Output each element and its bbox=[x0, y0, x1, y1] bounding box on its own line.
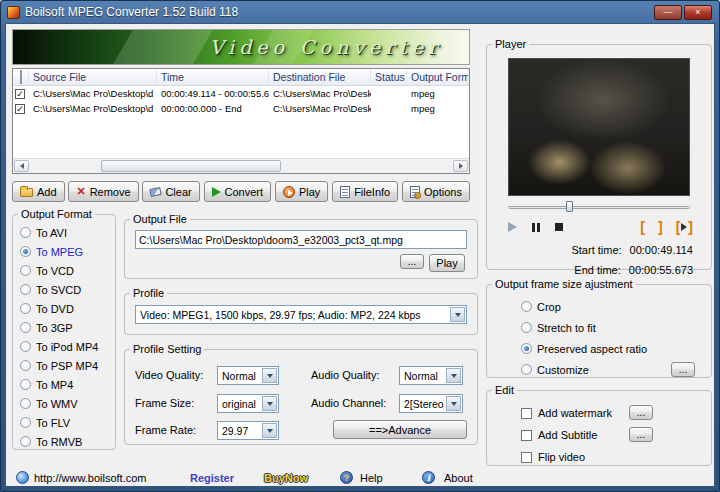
column-header-source-file[interactable]: Source File bbox=[29, 69, 157, 85]
dropdown-button[interactable] bbox=[446, 368, 461, 383]
scrollbar-thumb[interactable] bbox=[101, 160, 281, 172]
website-link[interactable]: http://www.boilsoft.com bbox=[34, 472, 147, 484]
play-button[interactable]: Play bbox=[275, 181, 328, 202]
dropdown-button[interactable] bbox=[262, 368, 277, 383]
radio-label: Preserved aspect ratio bbox=[537, 343, 647, 355]
convert-button[interactable]: Convert bbox=[204, 181, 272, 202]
column-header-output-format[interactable]: Output Format bbox=[407, 69, 469, 85]
end-time-label: End time: bbox=[559, 264, 621, 276]
video-quality-dropdown[interactable]: Normal bbox=[217, 366, 279, 385]
horizontal-scrollbar[interactable] bbox=[13, 158, 469, 173]
row-checkbox[interactable]: ✓ bbox=[15, 89, 25, 99]
mark-out-icon[interactable]: ] bbox=[658, 220, 663, 234]
format-option-to-vcd[interactable]: To VCD bbox=[20, 261, 115, 280]
player-seek-slider[interactable] bbox=[508, 201, 690, 213]
format-option-to-wmv[interactable]: To WMV bbox=[20, 394, 115, 413]
slider-thumb[interactable] bbox=[566, 201, 573, 212]
subtitle-checkbox[interactable] bbox=[521, 430, 532, 441]
audio-quality-dropdown[interactable]: Normal bbox=[399, 366, 463, 385]
add-watermark-row[interactable]: Add watermark ... bbox=[521, 402, 711, 424]
output-file-browse-button[interactable]: ... bbox=[400, 254, 424, 269]
advance-button[interactable]: ==>Advance bbox=[333, 420, 467, 439]
folder-icon bbox=[20, 188, 33, 197]
slider-track[interactable] bbox=[508, 206, 690, 209]
audio-channel-dropdown[interactable]: 2[Stereo] bbox=[399, 394, 463, 413]
format-option-to-psp-mp4[interactable]: To PSP MP4 bbox=[20, 356, 115, 375]
column-header-time[interactable]: Time bbox=[157, 69, 269, 85]
convert-arrow-icon bbox=[212, 187, 221, 197]
chevron-down-icon bbox=[267, 429, 273, 433]
buynow-link[interactable]: BuyNow bbox=[264, 472, 308, 484]
dropdown-button[interactable] bbox=[446, 396, 461, 411]
row-checkbox[interactable]: ✓ bbox=[15, 104, 25, 114]
play-icon[interactable] bbox=[508, 222, 517, 232]
add-subtitle-row[interactable]: Add Subtitle ... bbox=[521, 424, 711, 446]
mark-in-icon[interactable]: [ bbox=[640, 220, 645, 234]
edit-group: Edit Add watermark ... Add Subtitle ... … bbox=[486, 384, 712, 466]
dropdown-button[interactable] bbox=[450, 307, 465, 322]
output-file-play-button[interactable]: Play bbox=[429, 254, 465, 272]
frame-option-crop[interactable]: Crop bbox=[521, 296, 711, 317]
customize-browse-button[interactable]: ... bbox=[671, 362, 695, 377]
register-link[interactable]: Register bbox=[190, 472, 234, 484]
format-option-to-svcd[interactable]: To SVCD bbox=[20, 280, 115, 299]
radio-label: To PSP MP4 bbox=[36, 360, 98, 372]
window-title: Boilsoft MPEG Converter 1.52 Build 118 bbox=[25, 5, 649, 19]
remove-button[interactable]: ✕Remove bbox=[68, 181, 138, 202]
watermark-browse-button[interactable]: ... bbox=[629, 405, 653, 420]
output-file-input[interactable] bbox=[135, 230, 467, 249]
file-cell: C:\Users\Mac Pro\Desktop\d bbox=[29, 103, 157, 114]
column-header-status[interactable]: Status bbox=[371, 69, 407, 85]
format-option-to-mpeg[interactable]: To MPEG bbox=[20, 242, 115, 261]
format-option-to-rmvb[interactable]: To RMVB bbox=[20, 432, 115, 451]
format-option-to-avi[interactable]: To AVI bbox=[20, 223, 115, 242]
frame-rate-dropdown[interactable]: 29.97 bbox=[217, 421, 279, 440]
watermark-checkbox[interactable] bbox=[521, 408, 532, 419]
column-header-destination-file[interactable]: Destination File bbox=[269, 69, 371, 85]
dropdown-button[interactable] bbox=[262, 396, 277, 411]
pause-icon[interactable] bbox=[532, 223, 540, 232]
select-all-header[interactable] bbox=[13, 69, 29, 85]
file-cell: 00:00:49.114 - 00:00:55.673 bbox=[157, 88, 269, 99]
format-option-to-ipod-mp4[interactable]: To iPod MP4 bbox=[20, 337, 115, 356]
frame-rate-label: Frame Rate: bbox=[135, 424, 196, 436]
scroll-right-button[interactable] bbox=[453, 160, 468, 172]
file-info-icon bbox=[340, 186, 350, 198]
format-option-to-dvd[interactable]: To DVD bbox=[20, 299, 115, 318]
radio-icon bbox=[20, 379, 31, 390]
close-button[interactable]: × bbox=[684, 5, 712, 20]
flip-video-checkbox[interactable] bbox=[521, 452, 532, 463]
add-button[interactable]: Add bbox=[12, 181, 65, 202]
clear-button[interactable]: Clear bbox=[142, 181, 199, 202]
profile-dropdown[interactable]: Video: MPEG1, 1500 kbps, 29.97 fps; Audi… bbox=[135, 305, 467, 324]
subtitle-browse-button[interactable]: ... bbox=[629, 427, 653, 442]
minimize-button[interactable]: — bbox=[654, 5, 682, 20]
play-selection-icon[interactable]: [] bbox=[676, 220, 693, 234]
format-option-to-3gp[interactable]: To 3GP bbox=[20, 318, 115, 337]
help-icon[interactable]: ? bbox=[340, 471, 353, 484]
format-option-to-mp4[interactable]: To MP4 bbox=[20, 375, 115, 394]
audio-channel-label: Audio Channel: bbox=[311, 397, 386, 409]
end-time-value: 00:00:55.673 bbox=[629, 264, 693, 276]
options-button[interactable]: Options bbox=[402, 181, 470, 202]
flip-video-row[interactable]: Flip video bbox=[521, 446, 711, 468]
app-icon bbox=[7, 6, 20, 19]
options-gear-icon bbox=[410, 186, 420, 198]
radio-label: To WMV bbox=[36, 398, 78, 410]
scroll-left-button[interactable] bbox=[14, 160, 29, 172]
file-row[interactable]: ✓C:\Users\Mac Pro\Desktop\d00:00:00.000 … bbox=[13, 101, 469, 116]
dropdown-button[interactable] bbox=[262, 423, 277, 438]
frame-option-preserved-aspect-ratio[interactable]: Preserved aspect ratio bbox=[521, 338, 711, 359]
frame-size-dropdown[interactable]: original bbox=[217, 394, 279, 413]
chevron-down-icon bbox=[451, 374, 457, 378]
frame-option-stretch-to-fit[interactable]: Stretch to fit bbox=[521, 317, 711, 338]
triangle-left-icon bbox=[20, 163, 24, 169]
stop-icon[interactable] bbox=[555, 223, 563, 231]
file-row[interactable]: ✓C:\Users\Mac Pro\Desktop\d00:00:49.114 … bbox=[13, 86, 469, 101]
about-icon[interactable]: i bbox=[422, 471, 435, 484]
help-link[interactable]: Help bbox=[360, 472, 383, 484]
fileinfo-button[interactable]: FileInfo bbox=[332, 181, 398, 202]
about-link[interactable]: About bbox=[444, 472, 473, 484]
format-option-to-flv[interactable]: To FLV bbox=[20, 413, 115, 432]
radio-icon bbox=[20, 227, 31, 238]
